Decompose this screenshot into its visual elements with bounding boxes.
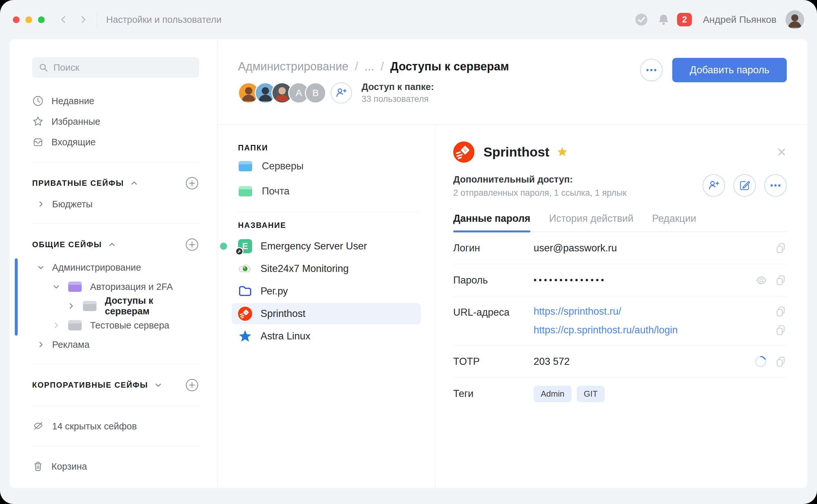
additional-access-summary: 2 отправленных пароля, 1 ссылка, 1 ярлык <box>453 188 626 198</box>
tree-item-label: Реклама <box>52 339 89 350</box>
more-icon <box>770 184 781 187</box>
safe-item-budgets[interactable]: Бюджеты <box>32 194 199 214</box>
add-corporate-safe-button[interactable] <box>185 378 199 392</box>
chevron-up-icon <box>108 241 115 248</box>
password-name: Рег.ру <box>260 285 288 297</box>
titlebar: Настройки и пользователи 2 Андрей Пьянко… <box>0 0 817 39</box>
divider <box>32 162 199 162</box>
minimize-window-button[interactable] <box>25 16 32 23</box>
tag-chip[interactable]: Admin <box>534 386 572 402</box>
titlebar-divider <box>97 11 97 28</box>
copy-password-button[interactable] <box>775 274 787 286</box>
chevron-down-icon <box>37 264 44 271</box>
folder-icon <box>82 300 97 312</box>
show-password-button[interactable] <box>755 274 767 286</box>
share-password-button[interactable] <box>703 174 725 197</box>
breadcrumb-ellipsis[interactable]: ... <box>364 60 374 73</box>
sidebar-item-label: Недавние <box>51 96 94 106</box>
person-add-icon <box>335 87 347 99</box>
trash-item[interactable]: Корзина <box>32 456 199 477</box>
folder-more-button[interactable] <box>640 59 663 81</box>
section-shared-safes[interactable]: ОБЩИЕ СЕЙФЫ <box>32 233 199 256</box>
tree-item-advertising[interactable]: Реклама <box>32 335 199 354</box>
edit-password-button[interactable] <box>733 174 756 197</box>
add-private-safe-button[interactable] <box>185 176 199 190</box>
tree-item-authorization-2fa[interactable]: Авторизация и 2FA <box>32 277 199 296</box>
search-box[interactable] <box>32 57 199 78</box>
tab-password-data[interactable]: Данные пароля <box>453 213 531 231</box>
main-area: Администрирование / ... / Доступы к серв… <box>217 39 807 488</box>
site24x7-cloud-icon <box>238 262 252 276</box>
check-circle-icon[interactable] <box>635 13 648 26</box>
tree-item-test-servers[interactable]: Тестовые сервера <box>32 316 199 335</box>
password-row: Пароль •••••••••••••• <box>453 264 787 296</box>
folder-icon <box>238 160 253 173</box>
avatar-initial: B <box>305 82 326 103</box>
tags-label: Теги <box>453 388 534 400</box>
copy-icon <box>775 274 787 286</box>
copy-url-1-button[interactable] <box>775 305 787 318</box>
close-details-button[interactable] <box>776 147 787 157</box>
tags-row: Теги Admin GIT <box>453 378 787 410</box>
password-row-sprinthost[interactable]: Sprinthost <box>231 303 421 324</box>
url-link-1[interactable]: https://sprinthost.ru/ <box>534 306 621 317</box>
password-row-regru[interactable]: Рег.ру <box>231 281 421 302</box>
section-title: ПРИВАТНЫЕ СЕЙФЫ <box>32 179 124 188</box>
breadcrumb-current: Доступы к серверам <box>390 60 509 73</box>
folder-row-mail[interactable]: Почта <box>238 180 421 203</box>
share-folder-button[interactable] <box>331 82 352 103</box>
password-details-panel: Sprinthost Дополнительный доступ: <box>435 125 807 488</box>
add-shared-safe-button[interactable] <box>185 238 199 252</box>
star-filled-icon[interactable] <box>557 146 568 158</box>
user-avatar[interactable] <box>785 10 804 29</box>
add-password-button[interactable]: Добавить пароль <box>672 58 787 82</box>
chevron-up-icon <box>131 180 138 187</box>
forward-icon[interactable] <box>78 15 88 24</box>
star-icon <box>32 116 44 127</box>
trash-label: Корзина <box>51 461 87 472</box>
sidebar-item-inbox[interactable]: Входящие <box>32 132 199 152</box>
tab-action-history[interactable]: История действий <box>549 213 633 231</box>
totp-row: TOTP 203 572 <box>453 346 787 378</box>
tag-chip[interactable]: GIT <box>577 386 605 402</box>
chevron-right-icon <box>37 201 44 208</box>
zoom-window-button[interactable] <box>38 16 45 23</box>
copy-login-button[interactable] <box>775 242 787 254</box>
folder-row-servers[interactable]: Серверы <box>238 155 421 177</box>
password-row-site24x7[interactable]: Site24x7 Monitoring <box>231 258 421 279</box>
password-row-astra[interactable]: Astra Linux <box>231 326 421 347</box>
copy-url-2-button[interactable] <box>775 324 787 336</box>
sidebar-item-favorites[interactable]: Избранные <box>32 111 199 132</box>
copy-icon <box>775 324 787 336</box>
breadcrumb-separator: / <box>355 60 358 73</box>
details-tabs: Данные пароля История действий Редакции <box>453 213 787 232</box>
tab-revisions[interactable]: Редакции <box>652 213 696 231</box>
copy-totp-button[interactable] <box>775 355 787 368</box>
bell-icon[interactable] <box>657 13 670 26</box>
breadcrumb-separator: / <box>380 60 384 73</box>
section-private-safes[interactable]: ПРИВАТНЫЕ СЕЙФЫ <box>32 172 199 194</box>
close-window-button[interactable] <box>13 16 20 23</box>
password-row-emergency[interactable]: E Emergency Server User <box>231 236 421 257</box>
hidden-safes-item[interactable]: 14 скрытых сейфов <box>32 416 199 437</box>
tree-item-label: Доступы к серверам <box>105 295 199 317</box>
folder-header: Администрирование / ... / Доступы к серв… <box>217 39 807 125</box>
shared-users-avatars[interactable]: A B <box>238 82 322 103</box>
folder-icon <box>68 280 82 293</box>
sidebar-item-recent[interactable]: Недавние <box>32 91 199 111</box>
tree-item-server-access[interactable]: Доступы к серверам <box>32 296 199 316</box>
content-card: Недавние Избранные Входящие ПРИВАТ <box>10 39 807 488</box>
astra-linux-star-icon <box>238 329 252 343</box>
breadcrumb-root[interactable]: Администрирование <box>238 60 348 73</box>
password-more-button[interactable] <box>764 174 787 197</box>
folder-name: Почта <box>262 185 289 197</box>
password-name: Site24x7 Monitoring <box>260 263 349 275</box>
section-corporate-safes[interactable]: КОРПОРАТИВНЫЕ СЕЙФЫ <box>32 374 199 396</box>
tree-item-administration[interactable]: Администрирование <box>32 258 199 277</box>
chevron-down-icon <box>155 382 162 389</box>
url-link-2[interactable]: https://cp.sprinthost.ru/auth/login <box>534 324 678 336</box>
folder-access-label: Доступ к папке: <box>361 82 434 92</box>
back-icon[interactable] <box>59 15 68 24</box>
password-masked-value: •••••••••••••• <box>534 275 606 285</box>
search-input[interactable] <box>53 62 193 73</box>
